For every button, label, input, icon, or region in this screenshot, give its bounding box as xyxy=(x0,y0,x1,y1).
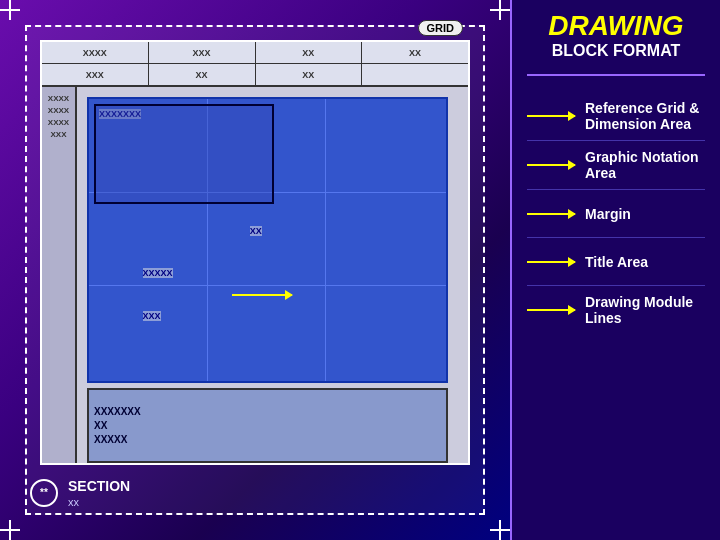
annotation-line-title xyxy=(527,261,575,263)
grid-label: GRID xyxy=(418,20,464,36)
title-divider xyxy=(527,74,705,76)
graphic-notation-area: XXXXXXX XX XXXXX XXX xyxy=(87,97,448,383)
annotation-title-area: Title Area xyxy=(527,238,705,286)
annotation-module: Drawing ModuleLines xyxy=(527,286,705,334)
grid-row-2: XXX XX XX xyxy=(42,64,468,86)
grid-cell: XX xyxy=(362,42,468,63)
annotation-text-graphic: Graphic NotationArea xyxy=(585,149,705,181)
title-text-2: XX xyxy=(94,420,441,431)
grid-cell: XXXX xyxy=(42,42,149,63)
annotation-ref-grid: Reference Grid &Dimension Area xyxy=(527,92,705,141)
graphic-arrow xyxy=(232,294,292,296)
section-circle: ** xyxy=(30,479,58,507)
annotation-list: Reference Grid &Dimension Area Graphic N… xyxy=(527,92,705,334)
annotation-line-ref-grid xyxy=(527,115,575,117)
graphic-text-2: XX xyxy=(250,226,262,236)
corner-marker-tr xyxy=(490,0,510,20)
grid-line-h2 xyxy=(89,285,446,286)
grid-cell: XX xyxy=(256,42,363,63)
title-text-3: XXXXX xyxy=(94,434,441,445)
grid-cell: XXX xyxy=(149,42,256,63)
right-panel: DRAWING BLOCK FORMAT Reference Grid &Dim… xyxy=(510,0,720,540)
corner-marker-bl xyxy=(0,520,20,540)
grid-cell: XX xyxy=(149,64,256,85)
grid-row-1: XXXX XXX XX XX xyxy=(42,42,468,64)
annotation-graphic: Graphic NotationArea xyxy=(527,141,705,190)
module-lines-inner xyxy=(94,104,274,204)
drawing-title: DRAWING xyxy=(527,10,705,42)
reference-grid-area: GRID XXXX XXX XX XX XXX XX XX xyxy=(42,42,468,87)
section-info: SECTION xx xyxy=(68,478,130,508)
section-label: SECTION xyxy=(68,478,130,494)
annotation-line-graphic xyxy=(527,164,575,166)
annotation-margin: Margin xyxy=(527,190,705,238)
panel-title: DRAWING BLOCK FORMAT xyxy=(527,10,705,60)
corner-marker-br xyxy=(490,520,510,540)
inner-area: GRID XXXX XXX XX XX XXX XX XX xyxy=(40,40,470,465)
graphic-text-3: XXXXX xyxy=(143,268,173,278)
grid-cell: XXX xyxy=(42,64,149,85)
left-margin: XXXX XXXX XXXX XXX xyxy=(42,87,77,463)
grid-cell: XX xyxy=(256,64,363,85)
drawing-area: GRID XXXX XXX XX XX XXX XX XX xyxy=(25,25,485,515)
section-sub: xx xyxy=(68,496,130,508)
annotation-line-margin xyxy=(527,213,575,215)
annotation-text-title: Title Area xyxy=(585,254,705,270)
corner-marker-tl xyxy=(0,0,20,20)
annotation-text-ref-grid: Reference Grid &Dimension Area xyxy=(585,100,705,132)
title-area: XXXXXXX XX XXXXX xyxy=(87,388,448,463)
block-format-title: BLOCK FORMAT xyxy=(527,42,705,60)
title-text-1: XXXXXXX xyxy=(94,406,441,417)
annotation-line-module xyxy=(527,309,575,311)
grid-cell xyxy=(362,64,468,85)
left-panel: GRID XXXX XXX XX XX XXX XX XX xyxy=(0,0,510,540)
bottom-section: ** SECTION xx xyxy=(25,470,485,515)
grid-line-v2 xyxy=(325,99,326,381)
graphic-text-4: XXX xyxy=(143,311,161,321)
annotation-text-margin: Margin xyxy=(585,206,705,222)
annotation-text-module: Drawing ModuleLines xyxy=(585,294,705,326)
